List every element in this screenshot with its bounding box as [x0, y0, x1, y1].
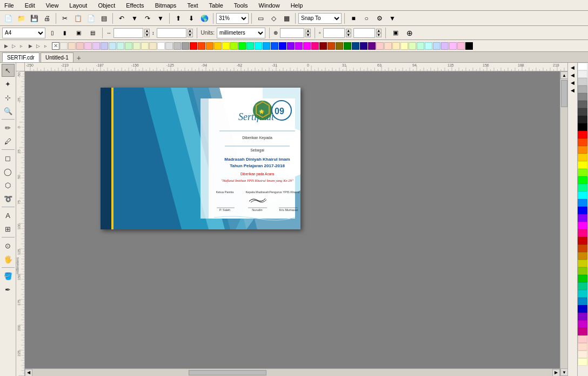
right-palette-swatch[interactable]	[578, 154, 587, 161]
no-color-swatch[interactable]: ✕	[52, 42, 59, 50]
menu-effects[interactable]: Effects	[124, 1, 146, 10]
select-tool[interactable]: ↖	[2, 64, 15, 77]
expand-btn-2[interactable]: ◀	[569, 71, 577, 79]
right-palette-swatch[interactable]	[578, 70, 587, 78]
right-palette-swatch[interactable]	[578, 199, 587, 207]
dup-v-down[interactable]: ▼	[376, 33, 382, 37]
palette-color-swatch[interactable]	[409, 42, 416, 50]
tab-untitled[interactable]: Untitled-1	[41, 52, 74, 62]
right-palette-swatch[interactable]	[578, 245, 587, 252]
page-options-btn[interactable]: ▣	[72, 27, 84, 39]
right-palette-swatch[interactable]	[578, 298, 587, 305]
palette-color-swatch[interactable]	[117, 42, 124, 50]
palette-color-swatch[interactable]	[84, 42, 92, 50]
palette-color-swatch[interactable]	[392, 42, 400, 50]
grid-button[interactable]: ▦	[280, 12, 292, 24]
right-palette-swatch[interactable]	[578, 305, 587, 313]
palette-color-swatch[interactable]	[76, 42, 84, 50]
right-palette-swatch[interactable]	[578, 260, 587, 267]
right-palette-swatch[interactable]	[578, 335, 587, 343]
expand-btn-3[interactable]: ◀	[569, 79, 577, 87]
right-palette-swatch[interactable]	[578, 108, 587, 116]
dup-h-up[interactable]: ▲	[346, 29, 351, 33]
menu-text[interactable]: Text	[185, 1, 200, 10]
right-palette-swatch[interactable]	[578, 237, 587, 245]
expand-btn-4[interactable]: ◀	[569, 87, 577, 94]
text-tool[interactable]: A	[2, 209, 15, 222]
height-input[interactable]: 210.0 mm	[157, 28, 186, 38]
right-palette-swatch[interactable]	[578, 101, 587, 108]
dup-v-up[interactable]: ▲	[376, 29, 382, 33]
right-palette-swatch[interactable]	[578, 222, 587, 229]
right-palette-swatch[interactable]	[578, 351, 587, 358]
nudge-input[interactable]: 0.1 mm	[280, 28, 304, 38]
right-palette-swatch[interactable]	[578, 282, 587, 290]
palette-color-swatch[interactable]	[287, 42, 295, 50]
width-input[interactable]: 297.0 mm	[113, 28, 143, 38]
right-palette-swatch[interactable]	[578, 63, 587, 70]
palette-color-swatch[interactable]	[360, 42, 368, 50]
add-page-btn[interactable]: ⊕	[404, 27, 416, 39]
right-palette-swatch[interactable]	[578, 184, 587, 192]
width-spinner[interactable]: ▲ ▼	[144, 29, 150, 37]
dup-v-input[interactable]: 5.0 mm	[353, 28, 375, 38]
right-palette-swatch[interactable]	[578, 267, 587, 275]
palette-color-swatch[interactable]	[206, 42, 213, 50]
palette-color-swatch[interactable]	[182, 42, 189, 50]
palette-color-swatch[interactable]	[60, 42, 68, 50]
palette-color-swatch[interactable]	[133, 42, 141, 50]
expand-btn-1[interactable]: ◀	[569, 64, 577, 71]
publish-button[interactable]: 🌎	[198, 12, 210, 24]
dup-h-spinner[interactable]: ▲ ▼	[346, 29, 351, 37]
palette-color-swatch[interactable]	[165, 42, 173, 50]
palette-color-swatch[interactable]	[400, 42, 408, 50]
view-toggle-button[interactable]: ◇	[268, 12, 279, 24]
width-up[interactable]: ▲	[144, 29, 150, 33]
redo-list-button[interactable]: ▼	[155, 12, 166, 24]
palette-color-swatch[interactable]	[328, 42, 335, 50]
right-palette-swatch[interactable]	[578, 320, 587, 328]
menu-tools[interactable]: Tools	[232, 1, 250, 10]
bleed-btn[interactable]: ▤	[86, 27, 98, 39]
copy-button[interactable]: 📋	[72, 12, 84, 24]
height-up[interactable]: ▲	[188, 29, 193, 33]
palette-color-swatch[interactable]	[319, 42, 327, 50]
palette-color-swatch[interactable]	[238, 42, 246, 50]
right-palette-swatch[interactable]	[578, 207, 587, 214]
cut-button[interactable]: ✂	[59, 12, 71, 24]
palette-color-swatch[interactable]	[449, 42, 457, 50]
height-down[interactable]: ▼	[188, 33, 193, 37]
width-down[interactable]: ▼	[144, 33, 150, 37]
spiral-tool[interactable]: ➰	[2, 192, 15, 205]
menu-file[interactable]: File	[2, 1, 16, 10]
dup-h-down[interactable]: ▼	[346, 33, 351, 37]
crop-tool[interactable]: ⊹	[2, 91, 15, 104]
export-button[interactable]: ⬇	[185, 12, 197, 24]
dup-h-input[interactable]: 5.0 mm	[323, 28, 345, 38]
palette-color-swatch[interactable]	[457, 42, 465, 50]
right-palette-swatch[interactable]	[578, 313, 587, 320]
palette-color-swatch[interactable]	[303, 42, 311, 50]
add-tab-button[interactable]: +	[75, 54, 83, 62]
palette-color-swatch[interactable]	[246, 42, 254, 50]
units-select[interactable]: millimeters	[217, 28, 265, 38]
right-palette-swatch[interactable]	[578, 275, 587, 282]
palette-color-swatch[interactable]	[149, 42, 157, 50]
right-palette-swatch[interactable]	[578, 146, 587, 154]
bezier-tool[interactable]: 🖊	[2, 135, 15, 148]
palette-color-swatch[interactable]	[198, 42, 205, 50]
table-tool[interactable]: ⊞	[2, 222, 15, 235]
more-btn[interactable]: ▼	[386, 12, 398, 24]
palette-color-swatch[interactable]	[68, 42, 76, 50]
right-palette-swatch[interactable]	[578, 123, 587, 131]
transform-btn[interactable]: ▣	[390, 27, 402, 39]
right-palette-swatch[interactable]	[578, 161, 587, 169]
height-spinner[interactable]: ▲ ▼	[188, 29, 193, 37]
palette-color-swatch[interactable]	[368, 42, 376, 50]
palette-color-swatch[interactable]	[157, 42, 165, 50]
menu-window[interactable]: Window	[257, 1, 282, 10]
palette-color-swatch[interactable]	[384, 42, 392, 50]
print-button[interactable]: 🖨	[41, 12, 53, 24]
scroll-right-btn[interactable]: ▶	[552, 369, 560, 377]
h-scroll-thumb[interactable]	[189, 370, 266, 375]
